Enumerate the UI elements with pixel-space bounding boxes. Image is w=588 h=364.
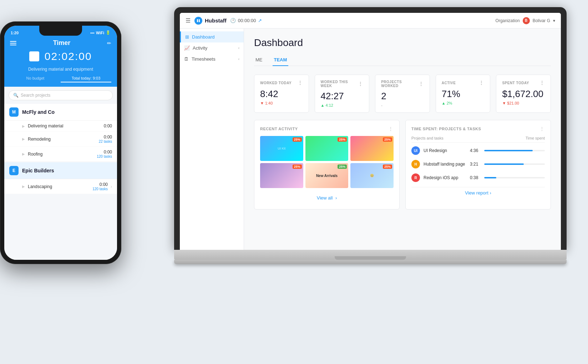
task-landscaping[interactable]: ▶ Landscaping 0:00 120 tasks › xyxy=(4,179,117,194)
time-panel-header: TIME SPENT: PROJECTS & TASKS ⋮ xyxy=(411,126,545,132)
project-name-redesign: Redesign iOS app xyxy=(424,175,466,180)
hubstaff-icon xyxy=(194,16,203,25)
avatar-ui-redesign: UI xyxy=(411,146,420,155)
phone-tab-no-budget[interactable]: No budget xyxy=(10,75,61,82)
sidebar-timesheets-label: Timesheets xyxy=(192,56,216,62)
project-group-header-mcfly[interactable]: M McFly and Co xyxy=(4,104,117,121)
page-title: Dashboard xyxy=(254,37,551,49)
task-subtasks-roofing: 120 tasks xyxy=(97,155,112,158)
logo-text: Hubstaff xyxy=(205,17,227,24)
tab-me[interactable]: ME xyxy=(254,54,264,66)
dots-menu-2[interactable]: ⋮ xyxy=(358,81,363,87)
task-roofing[interactable]: ▶ Roofing 0:00 120 tasks xyxy=(4,147,117,162)
sidebar-item-activity[interactable]: 📈 Activity ‹ xyxy=(180,42,244,54)
dots-menu-1[interactable]: ⋮ xyxy=(298,80,303,86)
task-subtasks-landscaping: 120 tasks xyxy=(92,187,108,191)
task-remodeling[interactable]: ▶ Remodeling 0:00 22 tasks xyxy=(4,132,117,147)
arrow-down-icon-2: ▼ xyxy=(502,101,506,105)
project-group-header-epic[interactable]: E Epic Builders xyxy=(4,162,117,179)
view-all-button[interactable]: View all › xyxy=(260,192,394,203)
stat-value-active: 71% xyxy=(442,89,485,100)
chevron-down-icon: ▾ xyxy=(553,18,555,23)
avatar-hubstaff: H xyxy=(411,160,420,168)
activity-dots-menu[interactable]: ⋮ xyxy=(388,126,394,132)
task-time-roofing: 0:00 xyxy=(97,150,112,155)
signal-icon: ▪▪▪ xyxy=(90,31,95,35)
activity-thumb-2[interactable]: 25% xyxy=(305,136,349,161)
stats-row: WORKED TODAY ⋮ 8:42 ▼ 1:40 WORKED TH xyxy=(254,75,551,113)
bottom-panels: RECENT ACTIVITY ⋮ UI Kit 25% 2 xyxy=(254,120,551,209)
task-subtasks-remodeling: 22 tasks xyxy=(99,140,112,143)
epic-name: Epic Builders xyxy=(22,168,112,173)
stop-button[interactable] xyxy=(29,51,39,61)
phone-body: 🔍 Search projects M McFly and Co ▶ Deliv… xyxy=(4,87,117,260)
activity-thumb-6[interactable]: 😊 25% xyxy=(350,163,394,188)
edit-icon[interactable]: ✏ xyxy=(107,40,111,46)
phone-outer: 1:20 ▪▪▪ WiFi 🔋 Timer ✏ xyxy=(0,21,121,264)
hamburger-icon[interactable]: ☰ xyxy=(186,17,191,24)
phone-notch xyxy=(39,26,82,36)
arrow-up-icon-2: ▲ xyxy=(442,101,446,105)
progress-bar-redesign xyxy=(484,177,545,178)
project-group-epic: E Epic Builders ▶ Landscaping 0:00 120 t… xyxy=(4,162,117,194)
time-table-header: Projects and tasks Time spent xyxy=(411,136,545,143)
dashboard-icon: ⊞ xyxy=(185,34,189,40)
phone-tab-total[interactable]: Total today: 9:03 xyxy=(61,75,111,82)
stat-change-worked-week: ▲ 4:12 xyxy=(321,103,364,107)
dots-menu-3[interactable]: ⋮ xyxy=(419,81,424,87)
recent-activity-panel: RECENT ACTIVITY ⋮ UI Kit 25% 2 xyxy=(254,120,400,209)
stat-active: ACTIVE ⋮ 71% ▲ 2% xyxy=(436,75,491,113)
task-time-landscaping: 0:00 xyxy=(92,182,108,187)
activity-thumb-1[interactable]: UI Kit 25% xyxy=(260,136,303,161)
time-row-ui: UI UI Redesign 4:36 xyxy=(411,146,545,155)
task-name-delivering: Delivering material xyxy=(28,123,101,128)
task-delivering-material[interactable]: ▶ Delivering material 0:00 xyxy=(4,121,117,132)
sidebar-activity-label: Activity xyxy=(193,45,207,51)
activity-badge-2: 25% xyxy=(338,137,347,142)
tab-team[interactable]: TEAM xyxy=(273,54,289,66)
laptop-foot xyxy=(174,260,567,264)
project-time-redesign: 0:38 xyxy=(470,175,481,180)
stat-change-active: ▲ 2% xyxy=(442,101,485,105)
hamburger-menu[interactable] xyxy=(10,41,16,45)
time-dots-menu[interactable]: ⋮ xyxy=(539,126,545,132)
timer-bar[interactable]: 🕐 00:00:00 ↗ xyxy=(230,18,262,23)
activity-badge-6: 25% xyxy=(383,165,392,169)
arrow-right-icon-2: › xyxy=(490,190,491,196)
stat-value-worked-week: 42:27 xyxy=(321,91,364,102)
search-placeholder: Search projects xyxy=(21,93,50,98)
phone-timer-display: 02:02:00 xyxy=(10,49,111,65)
sidebar-dashboard-label: Dashboard xyxy=(192,34,215,40)
org-initials: B xyxy=(525,19,527,22)
screen-content: ☰ Hubstaff 🕐 00:00:00 ↗ xyxy=(180,13,561,250)
play-icon-2: ▶ xyxy=(22,137,25,141)
sidebar-item-timesheets[interactable]: 🗓 Timesheets ‹ xyxy=(180,54,244,65)
laptop-screen: ☰ Hubstaff 🕐 00:00:00 ↗ xyxy=(174,7,567,250)
clock-icon: 🕐 xyxy=(230,18,236,23)
search-icon: 🔍 xyxy=(13,93,19,98)
activity-grid: UI Kit 25% 25% 25% xyxy=(260,136,394,188)
main-content: Dashboard ME TEAM W xyxy=(244,29,561,250)
dots-menu-5[interactable]: ⋮ xyxy=(539,80,545,86)
org-name: Bolivar G xyxy=(533,18,550,23)
activity-thumb-4[interactable]: 25% xyxy=(260,163,303,188)
sidebar: ⊞ Dashboard 📈 Activity ‹ 🗓 Timesheets ‹ xyxy=(180,29,244,250)
dots-menu-4[interactable]: ⋮ xyxy=(479,80,484,86)
wifi-icon: WiFi xyxy=(96,31,104,35)
sidebar-item-dashboard[interactable]: ⊞ Dashboard xyxy=(180,31,244,42)
search-bar[interactable]: 🔍 Search projects xyxy=(9,90,113,100)
view-report-button[interactable]: View report › xyxy=(411,187,545,198)
stat-worked-week: WORKED THIS WEEK ⋮ 42:27 ▲ 4:12 xyxy=(315,75,370,113)
activity-thumb-5[interactable]: New Arrivals 25% xyxy=(305,163,349,188)
epic-badge: E xyxy=(9,166,19,175)
top-bar-right: Organization B Bolivar G ▾ xyxy=(496,17,555,24)
activity-thumb-3[interactable]: 25% xyxy=(350,136,394,161)
phone-app-title: Timer xyxy=(53,39,71,47)
phone-timer-value: 02:02:00 xyxy=(45,50,92,62)
mcfly-name: McFly and Co xyxy=(22,109,112,115)
phone-time: 1:20 xyxy=(11,31,19,35)
svg-point-0 xyxy=(194,17,202,25)
battery-icon: 🔋 xyxy=(106,30,111,35)
stat-worked-today: WORKED TODAY ⋮ 8:42 ▼ 1:40 xyxy=(254,75,309,113)
stat-value-worked-today: 8:42 xyxy=(260,89,303,100)
